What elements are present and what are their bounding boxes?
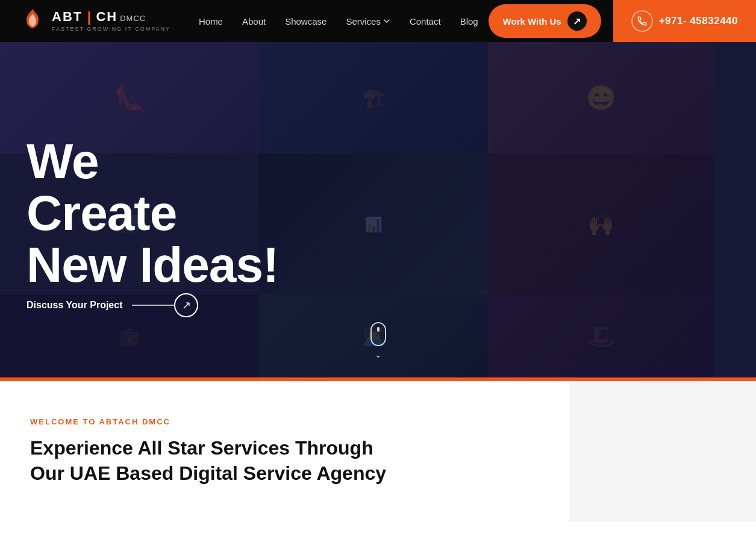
hero-cta-arrow-icon: ↗ [174, 293, 198, 317]
hero-grid-cell-6: 📊 [259, 154, 488, 295]
scroll-chevron-icon: ⌄ [375, 350, 382, 359]
logo-dmcc: DMCC [120, 14, 146, 23]
welcome-right-panel [569, 381, 756, 522]
hero-grid-cell-4 [714, 42, 756, 154]
navbar: ABT CH DMCC FASTEST GROWING IT COMPANY H… [0, 0, 756, 42]
phone-area: +971- 45832440 [613, 0, 756, 42]
nav-showcase[interactable]: Showcase [285, 16, 326, 26]
mouse-dot [377, 327, 380, 332]
logo-subtitle: FASTEST GROWING IT COMPANY [52, 26, 170, 32]
hero-grid-cell-3: 😄 [488, 42, 714, 154]
mouse-icon [370, 322, 386, 346]
services-dropdown-icon [383, 17, 390, 25]
hero-cta-label: Discuss Your Project [27, 300, 122, 311]
welcome-brand: ABTACH DMCC [99, 417, 170, 426]
cta-arrow-icon: ↗ [567, 11, 587, 31]
hero-grid-cell-5: 🏙️ [0, 154, 259, 295]
logo-text-group: ABT CH DMCC FASTEST GROWING IT COMPANY [52, 10, 170, 31]
hero-cta-line-2 [162, 305, 174, 306]
nav-about[interactable]: About [242, 16, 266, 26]
hero-grid-cell-8 [714, 154, 756, 295]
phone-icon [631, 10, 653, 32]
hero-grid-cell-7: 🙌 [488, 154, 714, 295]
logo-icon [18, 7, 47, 36]
nav-home[interactable]: Home [199, 16, 223, 26]
hero-cta-line [132, 305, 162, 306]
welcome-label: WELCOME TO ABTACH DMCC [30, 417, 539, 426]
scroll-indicator: ⌄ [370, 322, 386, 359]
logo-area: ABT CH DMCC FASTEST GROWING IT COMPANY [0, 7, 189, 36]
welcome-section: WELCOME TO ABTACH DMCC Experience All St… [0, 381, 756, 522]
nav-blog[interactable]: Blog [460, 16, 478, 26]
welcome-content: WELCOME TO ABTACH DMCC Experience All St… [0, 381, 569, 522]
welcome-heading: Experience All Star Services Through Our… [30, 436, 539, 486]
nav-contact[interactable]: Contact [410, 16, 441, 26]
work-with-us-button[interactable]: Work With Us ↗ [489, 4, 601, 38]
hero-grid-cell-1: 👠 [0, 42, 259, 154]
phone-number[interactable]: +971- 45832440 [659, 15, 738, 27]
discuss-project-button[interactable]: Discuss Your Project ↗ [27, 293, 198, 317]
nav-links: Home About Showcase Services Contact Blo… [189, 16, 489, 26]
nav-services[interactable]: Services [346, 16, 390, 26]
nav-right-section: Work With Us ↗ [489, 4, 613, 38]
hero-grid-cell-2: 🏗️ [259, 42, 488, 154]
hero-grid-cell-12 [714, 295, 756, 377]
logo-name: ABT CH [52, 10, 117, 24]
hero-section: 👠 🏗️ 😄 🏙️ 📊 🙌 💼 👩‍💻 🎩 [0, 42, 756, 377]
hero-grid-cell-11: 🎩 [488, 295, 714, 377]
